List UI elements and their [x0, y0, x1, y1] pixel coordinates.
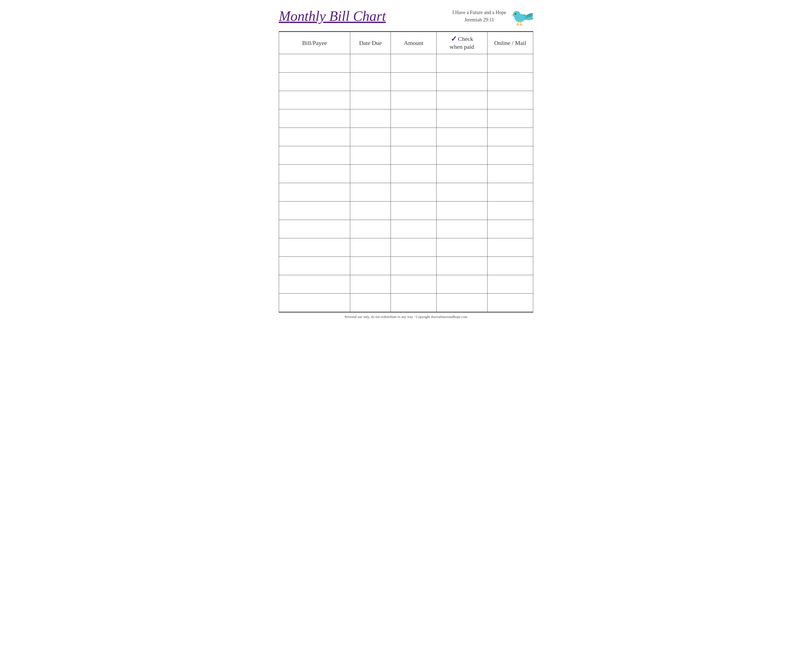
col-header-online-mail: Online / Mail	[487, 32, 533, 54]
table-cell	[350, 73, 391, 91]
table-cell	[350, 294, 391, 312]
check-label-top: Check	[458, 35, 473, 43]
table-cell	[391, 109, 437, 128]
table-row	[279, 183, 533, 202]
header-right: I Have a Future and a Hope Jeremiah 29:1…	[452, 5, 533, 27]
table-row	[279, 220, 533, 238]
table-row	[279, 238, 533, 257]
check-label-bottom: when paid	[450, 43, 474, 51]
table-cell	[350, 238, 391, 257]
col-header-check-when-paid: ✓ Check when paid	[437, 32, 487, 54]
table-cell	[279, 54, 350, 73]
table-cell	[437, 165, 487, 183]
checkmark-icon: ✓	[451, 35, 457, 43]
table-cell	[391, 73, 437, 91]
col-header-amount: Amount	[391, 32, 437, 54]
table-cell	[350, 128, 391, 146]
table-cell	[437, 202, 487, 220]
svg-line-10	[518, 22, 519, 24]
table-cell	[391, 220, 437, 238]
table-cell	[437, 146, 487, 165]
table-cell	[391, 275, 437, 294]
table-cell	[279, 202, 350, 220]
table-cell	[279, 294, 350, 312]
svg-point-6	[515, 13, 516, 14]
table-cell	[350, 183, 391, 202]
table-cell	[279, 73, 350, 91]
table-cell	[279, 165, 350, 183]
table-row	[279, 294, 533, 312]
table-cell	[391, 294, 437, 312]
svg-point-5	[513, 11, 520, 18]
table-row	[279, 275, 533, 294]
table-cell	[391, 128, 437, 146]
table-cell	[279, 275, 350, 294]
table-cell	[350, 275, 391, 294]
table-cell	[487, 202, 533, 220]
table-cell	[487, 275, 533, 294]
table-cell	[437, 73, 487, 91]
table-row	[279, 165, 533, 183]
table-cell	[350, 146, 391, 165]
table-row	[279, 146, 533, 165]
table-row	[279, 128, 533, 146]
table-cell	[350, 91, 391, 109]
page: Monthly Bill Chart I Have a Future and a…	[271, 0, 541, 323]
table-cell	[279, 220, 350, 238]
svg-line-14	[520, 22, 521, 24]
table-cell	[437, 54, 487, 73]
table-cell	[437, 91, 487, 109]
table-cell	[437, 257, 487, 275]
table-cell	[487, 257, 533, 275]
table-row	[279, 73, 533, 91]
table-cell	[279, 128, 350, 146]
table-cell	[437, 294, 487, 312]
table-cell	[391, 183, 437, 202]
table-row	[279, 54, 533, 73]
page-title: Monthly Bill Chart	[279, 8, 386, 24]
table-cell	[487, 91, 533, 109]
table-cell	[391, 257, 437, 275]
header: Monthly Bill Chart I Have a Future and a…	[279, 5, 533, 27]
table-cell	[350, 257, 391, 275]
bird-icon	[509, 5, 533, 27]
table-cell	[350, 220, 391, 238]
table-cell	[391, 146, 437, 165]
table-cell	[487, 238, 533, 257]
svg-point-7	[515, 13, 516, 14]
table-cell	[437, 183, 487, 202]
col-header-date-due: Date Due	[350, 32, 391, 54]
footer: Personal use only, do not redistribute i…	[279, 312, 533, 320]
table-cell	[391, 165, 437, 183]
table-cell	[487, 73, 533, 91]
table-cell	[487, 294, 533, 312]
table-cell	[279, 146, 350, 165]
footer-text: Personal use only, do not redistribute i…	[345, 315, 467, 319]
table-cell	[487, 54, 533, 73]
tagline: I Have a Future and a Hope Jeremiah 29:1…	[452, 9, 506, 24]
table-cell	[437, 109, 487, 128]
tagline-line1: I Have a Future and a Hope	[452, 9, 506, 16]
tagline-line2: Jeremiah 29:11	[452, 16, 506, 24]
table-cell	[437, 238, 487, 257]
table-cell	[279, 238, 350, 257]
table-cell	[487, 109, 533, 128]
table-cell	[487, 146, 533, 165]
bill-table: Bill/Payee Date Due Amount ✓ Check when …	[279, 32, 533, 312]
table-cell	[279, 91, 350, 109]
table-row	[279, 91, 533, 109]
table-cell	[487, 165, 533, 183]
table-cell	[487, 183, 533, 202]
table-cell	[279, 109, 350, 128]
table-cell	[350, 202, 391, 220]
table-cell	[487, 128, 533, 146]
table-cell	[391, 202, 437, 220]
table-row	[279, 109, 533, 128]
col-header-bill-payee: Bill/Payee	[279, 32, 350, 54]
table-cell	[391, 54, 437, 73]
table-cell	[350, 54, 391, 73]
table-cell	[437, 128, 487, 146]
svg-point-9	[511, 15, 513, 16]
table-row	[279, 202, 533, 220]
table-cell	[391, 238, 437, 257]
